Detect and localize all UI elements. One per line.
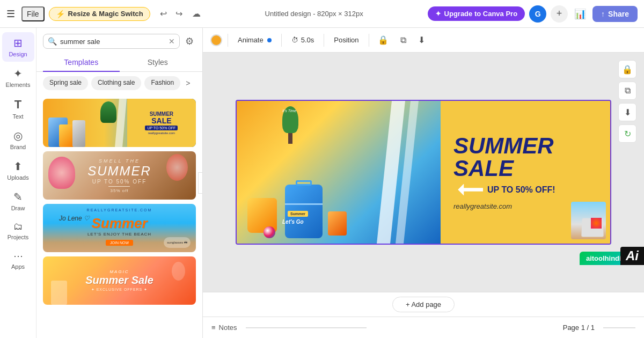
tab-templates[interactable]: Templates: [43, 54, 120, 72]
clear-search-icon[interactable]: ✕: [169, 37, 175, 46]
sidebar-item-brand[interactable]: ◎ Brand: [2, 125, 34, 155]
sidebar-item-uploads[interactable]: ⬆ Uploads: [2, 156, 34, 185]
text-icon: T: [14, 98, 21, 112]
template-card-1[interactable]: SUMMER SALE UP TO 50% OFF reallygreatsit…: [43, 99, 196, 147]
projects-icon: 🗂: [13, 221, 23, 232]
canvas-bottom-bar: + Add page: [203, 292, 644, 317]
sidebar-item-design[interactable]: ⊞ Design: [2, 32, 34, 62]
brand-color-swatch[interactable]: [210, 34, 222, 46]
page-counter: Page 1 / 1: [563, 324, 595, 332]
top-toolbar: ☰ File ⚡ Resize & Magic Switch ↩ ↪ ☁ Unt…: [0, 0, 644, 28]
panel-collapse-button[interactable]: ‹: [198, 172, 203, 194]
tag-fashion[interactable]: Fashion: [144, 76, 180, 90]
template-card-3[interactable]: REALLYGREATSITE.COM Jo Lene ♡ Summer LET…: [43, 204, 196, 252]
design-url-text: reallygreatsite.com: [453, 202, 512, 210]
notes-button[interactable]: ≡ Notes: [211, 324, 237, 332]
panel-tabs: Templates Styles: [36, 54, 202, 72]
share-icon: ↑: [601, 10, 605, 18]
sidebar-item-label-text: Text: [12, 113, 23, 120]
template-card-4[interactable]: Magic Summer Sale ✦ EXCLUSIVE OFFERS ✦: [43, 256, 196, 305]
toolbar-divider-1: [228, 34, 228, 47]
draw-icon: ✎: [13, 190, 23, 203]
sidebar-item-label-design: Design: [9, 51, 27, 57]
copy-button[interactable]: ⧉: [397, 33, 409, 47]
sidebar-item-apps[interactable]: ⋯ Apps: [2, 246, 34, 274]
tag-row: Spring sale Clothing sale Fashion >: [36, 72, 202, 94]
canvas-toolbar: Animate ⏱ 5.0s Position 🔒 ⧉ ⬇: [203, 28, 644, 53]
resize-label: Resize & Magic Switch: [68, 10, 143, 18]
notes-icon: ≡: [211, 324, 216, 332]
arrow-decoration: [453, 184, 483, 196]
canvas-area: Animate ⏱ 5.0s Position 🔒 ⧉ ⬇ 🔒 ⧉ ⬇ ↻: [203, 28, 644, 338]
design-main-title: SUMMER SALE: [453, 135, 554, 180]
tab-styles[interactable]: Styles: [120, 54, 196, 72]
time-button[interactable]: ⏱ 5.0s: [287, 34, 319, 46]
search-input-wrap: 🔍 ✕: [43, 34, 180, 49]
time-label: 5.0s: [301, 36, 314, 44]
search-icon: 🔍: [48, 37, 57, 46]
design-card[interactable]: Summer Let's Go It's Time SUMMER SALE UP…: [236, 100, 611, 245]
share-button[interactable]: ↑ Share: [592, 6, 638, 22]
canvas-copy-button[interactable]: ⧉: [618, 82, 636, 100]
sidebar-item-projects[interactable]: 🗂 Projects: [2, 217, 34, 245]
undo-button[interactable]: ↩: [157, 6, 170, 21]
sidebar-item-label-draw: Draw: [11, 205, 25, 211]
design-discount-text: UP TO 50% OFF!: [487, 185, 555, 195]
user-avatar-button[interactable]: G: [529, 5, 546, 23]
canvas-lock-button[interactable]: 🔒: [618, 60, 636, 78]
search-input[interactable]: [60, 38, 165, 46]
undo-redo-group: ↩ ↪: [157, 6, 186, 21]
sidebar-item-text[interactable]: T Text: [2, 93, 34, 124]
tag-clothing-sale[interactable]: Clothing sale: [91, 76, 141, 90]
canvas-refresh-button[interactable]: ↻: [618, 124, 636, 143]
file-menu-button[interactable]: File: [21, 6, 45, 21]
lock-button[interactable]: 🔒: [375, 33, 392, 47]
animate-dot-indicator: [267, 38, 272, 42]
canvas-right-tools: 🔒 ⧉ ⬇ ↻: [618, 60, 636, 143]
filter-button[interactable]: ⚙: [183, 33, 196, 49]
uploads-icon: ⬆: [13, 160, 23, 173]
ai-badge: Ai: [620, 247, 644, 265]
canvas-download-button[interactable]: ⬇: [618, 103, 636, 121]
add-page-button[interactable]: + Add page: [392, 297, 455, 312]
upgrade-to-pro-button[interactable]: ✦ Upgrade to Canva Pro: [428, 6, 525, 21]
design-icon: ⊞: [13, 36, 23, 49]
notes-label: Notes: [219, 324, 237, 332]
sidebar-item-elements[interactable]: ✦ Elements: [2, 63, 34, 92]
resize-magic-switch-button[interactable]: ⚡ Resize & Magic Switch: [49, 7, 150, 21]
ai-badge-text: Ai: [620, 247, 644, 265]
page-progress-line: [246, 327, 367, 328]
apps-icon: ⋯: [13, 250, 23, 262]
download-button[interactable]: ⬇: [415, 33, 428, 47]
sidebar-item-label-brand: Brand: [10, 144, 26, 150]
stats-button[interactable]: 📊: [572, 6, 588, 22]
sidebar-item-draw[interactable]: ✎ Draw: [2, 186, 34, 216]
design-right-section: SUMMER SALE UP TO 50% OFF! reallygreatsi…: [441, 101, 610, 244]
brand-icon: ◎: [13, 129, 23, 142]
sidebar-item-label-projects: Projects: [8, 234, 29, 240]
animate-label: Animate: [238, 36, 264, 44]
template-list: SUMMER SALE UP TO 50% OFF reallygreatsit…: [36, 94, 202, 338]
position-button[interactable]: Position: [330, 34, 363, 46]
design-left-section: Summer Let's Go It's Time: [237, 101, 441, 244]
redo-button[interactable]: ↪: [172, 6, 186, 21]
cloud-sync-icon: ☁: [192, 9, 201, 19]
sidebar-item-label-uploads: Uploads: [7, 174, 28, 181]
tag-more-icon[interactable]: >: [184, 76, 192, 90]
page-line-right: [603, 327, 635, 328]
add-button[interactable]: +: [551, 5, 568, 23]
main-layout: ⊞ Design ✦ Elements T Text ◎ Brand ⬆ Upl…: [0, 28, 644, 338]
search-bar: 🔍 ✕ ⚙: [36, 28, 202, 54]
sidebar-item-label-apps: Apps: [11, 263, 25, 270]
hamburger-icon[interactable]: ☰: [6, 8, 15, 20]
template-card-2[interactable]: smell the SUMMER UP TO 50% OFF 35% off: [43, 151, 196, 200]
upgrade-star-icon: ✦: [435, 10, 441, 18]
animate-button[interactable]: Animate: [233, 34, 276, 46]
tag-spring-sale[interactable]: Spring sale: [43, 76, 88, 90]
sidebar-item-label-elements: Elements: [6, 82, 31, 88]
templates-panel: 🔍 ✕ ⚙ Templates Styles Spring sale Cloth…: [36, 28, 203, 338]
beach-chair-decoration: [571, 202, 606, 239]
notes-bar: ≡ Notes Page 1 / 1: [203, 317, 644, 338]
time-icon: ⏱: [291, 36, 298, 44]
toolbar-divider-3: [324, 34, 324, 47]
